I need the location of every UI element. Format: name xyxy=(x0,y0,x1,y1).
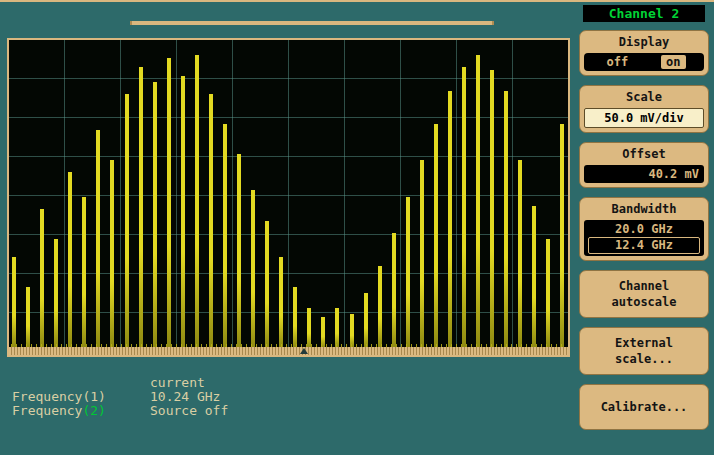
frequency1-channel: (1) xyxy=(82,389,105,404)
waveform-spikes xyxy=(12,46,565,347)
frequency2-row: Frequency(2) Source off xyxy=(12,404,228,418)
waveform-display xyxy=(7,38,570,357)
spectral-spike xyxy=(321,317,325,347)
external-line1: External xyxy=(584,335,704,351)
frequency2-name: Frequency xyxy=(12,403,82,418)
spectral-spike xyxy=(82,197,86,348)
spectral-spike xyxy=(195,55,199,347)
frequency2-label: Frequency(2) xyxy=(12,404,150,418)
spectral-spike xyxy=(448,91,452,347)
spectral-spike xyxy=(434,124,438,347)
spectral-spike xyxy=(406,197,410,348)
spectral-spike xyxy=(139,67,143,347)
frequency1-label: Frequency(1) xyxy=(12,390,150,404)
spectral-spike xyxy=(110,160,114,347)
baseline-strip xyxy=(9,347,568,355)
display-button[interactable]: Display off on xyxy=(579,30,709,76)
spectral-spike xyxy=(364,293,368,347)
spectral-spike xyxy=(560,124,564,347)
spectral-spike xyxy=(518,160,522,347)
frequency2-channel: (2) xyxy=(82,403,105,418)
calibrate-button[interactable]: Calibrate... xyxy=(579,384,709,430)
spectral-spike xyxy=(265,221,269,347)
channel-title: Channel 2 xyxy=(583,5,705,22)
offset-value[interactable]: 40.2 mV xyxy=(584,165,704,183)
spectral-spike xyxy=(54,239,58,347)
channel-autoscale-button[interactable]: Channel autoscale xyxy=(579,270,709,318)
frequency1-value: 10.24 GHz xyxy=(150,390,220,404)
external-line2: scale... xyxy=(584,351,704,367)
spectral-spike xyxy=(181,76,185,347)
calibrate-label: Calibrate... xyxy=(584,399,704,415)
spectral-spike xyxy=(153,82,157,347)
scale-label: Scale xyxy=(584,90,704,105)
spectral-spike xyxy=(237,154,241,347)
control-panel: Channel 2 Display off on Scale 50.0 mV/d… xyxy=(577,5,711,439)
readout-header: current xyxy=(150,376,228,390)
display-on-option[interactable]: on xyxy=(661,55,685,69)
scale-button[interactable]: Scale 50.0 mV/div xyxy=(579,85,709,133)
oscilloscope-screen: Channel 2 Display off on Scale 50.0 mV/d… xyxy=(0,0,714,455)
spectral-spike xyxy=(279,257,283,347)
frequency1-name: Frequency xyxy=(12,389,82,404)
spectral-spike xyxy=(476,55,480,347)
offset-button[interactable]: Offset 40.2 mV xyxy=(579,142,709,188)
spectral-spike xyxy=(167,58,171,347)
spectral-spike xyxy=(68,172,72,347)
spectral-spike xyxy=(223,124,227,347)
scale-value[interactable]: 50.0 mV/div xyxy=(584,108,704,128)
bandwidth-option-20ghz[interactable]: 20.0 GHz xyxy=(588,222,700,237)
spectral-spike xyxy=(307,308,311,347)
autoscale-line1: Channel xyxy=(584,278,704,294)
trigger-marker xyxy=(300,348,308,354)
display-label: Display xyxy=(584,35,704,50)
bandwidth-options: 20.0 GHz 12.4 GHz xyxy=(584,220,704,256)
bandwidth-label: Bandwidth xyxy=(584,202,704,217)
display-off-option[interactable]: off xyxy=(602,55,632,69)
bandwidth-option-12ghz[interactable]: 12.4 GHz xyxy=(588,237,700,254)
spectral-spike xyxy=(26,287,30,347)
spectral-spike xyxy=(12,257,16,347)
spectral-spike xyxy=(504,91,508,347)
spectral-spike xyxy=(335,308,339,347)
spectral-spike xyxy=(209,94,213,347)
spectral-spike xyxy=(490,70,494,347)
spectral-spike xyxy=(378,266,382,347)
spectral-spike xyxy=(546,239,550,347)
spectral-spike xyxy=(96,130,100,347)
frequency2-value: Source off xyxy=(150,404,228,418)
spectral-spike xyxy=(420,160,424,347)
spectral-spike xyxy=(350,314,354,347)
offset-label: Offset xyxy=(584,147,704,162)
external-scale-button[interactable]: External scale... xyxy=(579,327,709,375)
bandwidth-button[interactable]: Bandwidth 20.0 GHz 12.4 GHz xyxy=(579,197,709,261)
spectral-spike xyxy=(532,206,536,347)
spectral-spike xyxy=(392,233,396,347)
autoscale-line2: autoscale xyxy=(584,294,704,310)
timebase-indicator xyxy=(130,21,494,25)
measurement-readout: current Frequency(1) 10.24 GHz Frequency… xyxy=(12,376,228,418)
display-toggle: off on xyxy=(584,53,704,71)
frequency1-row: Frequency(1) 10.24 GHz xyxy=(12,390,228,404)
spectral-spike xyxy=(251,190,255,347)
spectral-spike xyxy=(125,94,129,347)
spectral-spike xyxy=(462,67,466,347)
spectral-spike xyxy=(40,209,44,347)
spectral-spike xyxy=(293,287,297,347)
